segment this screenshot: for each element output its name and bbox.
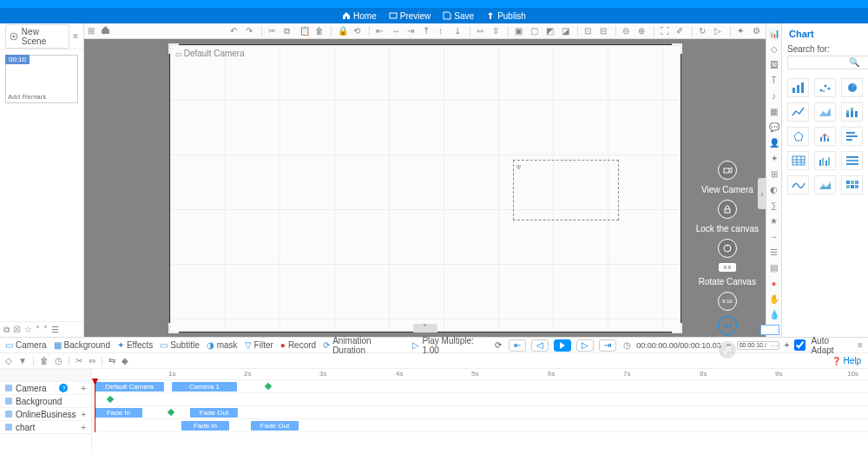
hand-category-icon[interactable]: ✋: [769, 294, 779, 304]
add-scene-button[interactable]: New Scene: [5, 24, 69, 49]
combo-chart-icon[interactable]: [814, 127, 836, 146]
copy-icon[interactable]: ⧉: [3, 325, 10, 335]
menu-icon[interactable]: ☰: [51, 325, 59, 334]
aspect-alt[interactable]: 16:9: [718, 316, 737, 335]
effects-tool[interactable]: ✦Effects: [117, 340, 153, 350]
delete-icon[interactable]: ☒: [13, 325, 21, 334]
track-background[interactable]: Background: [0, 395, 91, 408]
text-category-icon[interactable]: T: [769, 76, 779, 85]
fit-icon[interactable]: ⛶: [661, 26, 670, 36]
up-icon[interactable]: ˄: [36, 325, 40, 334]
backward-icon[interactable]: ◪: [562, 26, 571, 36]
diamond-tool-icon[interactable]: ◇: [5, 356, 12, 365]
effect-category-icon[interactable]: ✦: [769, 154, 779, 163]
widget-category-icon[interactable]: ▦: [769, 107, 779, 116]
link-tool-icon[interactable]: ⇆: [108, 356, 115, 365]
play-button[interactable]: [554, 339, 571, 352]
radar-chart-icon[interactable]: [787, 127, 809, 146]
filter-tool[interactable]: ▽Filter: [245, 340, 273, 350]
align-bottom-icon[interactable]: ⤓: [454, 26, 464, 36]
canvas-minimap[interactable]: [760, 325, 779, 335]
scene-thumbnail[interactable]: 00:10: [5, 55, 78, 103]
trash-tool-icon[interactable]: 🗑: [40, 356, 49, 365]
camera-tool[interactable]: ▭Camera: [5, 340, 47, 350]
curve-chart-icon[interactable]: [787, 175, 809, 194]
down-icon[interactable]: ˅: [43, 325, 48, 334]
redo-icon[interactable]: ↷: [246, 26, 255, 36]
clock-tool-icon[interactable]: ◷: [55, 356, 62, 365]
anim-duration-tool[interactable]: ⟳Animation Duration: [323, 336, 405, 355]
grouped-bar-icon[interactable]: [814, 151, 836, 170]
drop-category-icon[interactable]: 💧: [769, 310, 779, 319]
step-back-button[interactable]: ◁: [531, 339, 549, 352]
home-button[interactable]: Home: [342, 11, 377, 21]
rotate-canvas-button[interactable]: [718, 239, 737, 258]
align-top-icon[interactable]: ⤒: [423, 26, 432, 36]
heatmap-icon[interactable]: [841, 175, 863, 194]
refresh-icon[interactable]: ↻: [699, 26, 708, 36]
clip-default-camera[interactable]: Default Camera: [95, 382, 164, 391]
tl-settings-icon[interactable]: ≡: [858, 340, 863, 350]
preview-button[interactable]: Preview: [389, 11, 431, 21]
icon-category-icon[interactable]: ☰: [769, 247, 779, 257]
stacked-area-icon[interactable]: [814, 175, 836, 194]
keyframe[interactable]: [168, 409, 174, 416]
canvas[interactable]: ▭ Default Camera ▭ 1 ˅: [169, 44, 681, 332]
stacked-bar-icon[interactable]: [841, 102, 863, 122]
replace-icon[interactable]: ⟲: [353, 26, 363, 36]
group-icon[interactable]: ⊡: [584, 26, 594, 36]
panel-collapse-icon[interactable]: ›: [758, 178, 766, 209]
table-chart-icon[interactable]: [787, 151, 809, 170]
play-multiple-tool[interactable]: ▷Play Multiple: 1.00⟳: [412, 336, 502, 355]
canvas-collapse-icon[interactable]: ˅: [413, 324, 437, 332]
eyedropper-icon[interactable]: ✐: [676, 26, 686, 36]
track-chart[interactable]: chart+: [0, 421, 91, 434]
dist-h-icon[interactable]: ⇿: [477, 26, 486, 36]
clip-camera-1[interactable]: Camera 1: [172, 382, 237, 391]
bring-front-icon[interactable]: ▣: [515, 26, 524, 36]
aspect-9-16[interactable]: 9:16: [718, 292, 737, 311]
chart-category-icon[interactable]: 📊: [769, 29, 779, 38]
step-fwd-button[interactable]: ▷: [576, 339, 594, 352]
audio-category-icon[interactable]: ♪: [769, 91, 779, 101]
view-camera-button[interactable]: [718, 161, 737, 180]
undo-icon[interactable]: ↶: [230, 26, 240, 36]
rotate-angle[interactable]: 0.0: [719, 263, 736, 272]
next-frame-button[interactable]: ⇥: [599, 339, 616, 352]
funnel-tool-icon[interactable]: ▼: [18, 356, 27, 365]
scene-remark-input[interactable]: [6, 91, 77, 102]
svg-category-icon[interactable]: ◐: [769, 185, 779, 194]
shape-category-icon[interactable]: ◇: [769, 44, 779, 54]
zoom-in-icon[interactable]: ⊕: [638, 26, 648, 36]
playhead[interactable]: [95, 380, 95, 432]
ungroup-icon[interactable]: ⊟: [600, 26, 609, 36]
align-right-icon[interactable]: ⇥: [407, 26, 417, 36]
list-chart-icon[interactable]: [841, 151, 863, 170]
clip-fadein-2[interactable]: Fade In: [181, 421, 229, 431]
more-category-icon[interactable]: ⋯: [769, 341, 779, 351]
record-tool[interactable]: ●Record: [280, 340, 316, 350]
align-middle-icon[interactable]: ↕: [438, 26, 448, 36]
home-icon[interactable]: [101, 25, 110, 36]
color-category-icon[interactable]: ●: [769, 279, 779, 288]
play-icon[interactable]: ▷: [714, 26, 724, 36]
line-chart-icon[interactable]: [787, 102, 809, 122]
save-button[interactable]: Save: [443, 11, 474, 21]
forward-icon[interactable]: ◩: [546, 26, 556, 36]
clip-fadeout-2[interactable]: Fade Out: [251, 421, 299, 431]
lock-icon[interactable]: 🔒: [338, 26, 347, 36]
help-link[interactable]: ❓ Help: [832, 356, 861, 365]
scene-menu-icon[interactable]: ≡: [73, 31, 78, 41]
prev-frame-button[interactable]: ⇤: [509, 339, 526, 352]
subtitle-tool[interactable]: ▭Subtitle: [160, 340, 199, 350]
send-back-icon[interactable]: ▢: [530, 26, 540, 36]
callout-category-icon[interactable]: 💬: [769, 122, 779, 132]
magic-icon[interactable]: ✦: [737, 26, 746, 36]
pie-chart-icon[interactable]: [841, 78, 863, 97]
mask-tool[interactable]: ◑mask: [207, 340, 238, 350]
trash-icon[interactable]: 🗑: [315, 26, 325, 36]
keyframe[interactable]: [107, 396, 114, 403]
background-tool[interactable]: ▦Background: [54, 340, 110, 350]
lock-canvas-button[interactable]: [718, 200, 737, 219]
arrow-category-icon[interactable]: →: [769, 232, 779, 241]
